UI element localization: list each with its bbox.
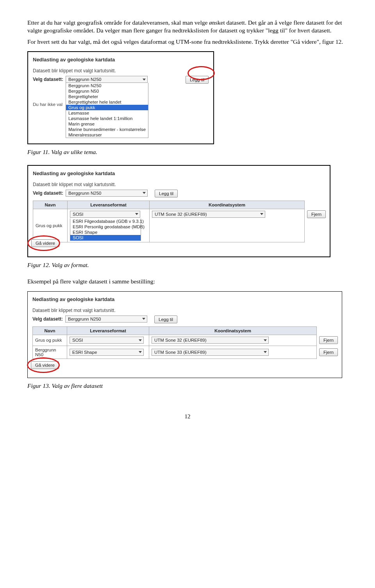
cell-navn: Grus og pukk: [33, 335, 67, 346]
list-item[interactable]: Marine bunnsedimenter - kornstørrelse: [66, 127, 148, 132]
list-item[interactable]: Berggrunn N250: [66, 83, 148, 88]
panel-heading: Nedlasting av geologiske kartdata: [33, 57, 209, 63]
format-select-value: ESRI Shape: [72, 350, 97, 355]
dataset-table: Navn Leveranseformat Koordinatsystem Gru…: [33, 201, 325, 242]
col-navn: Navn: [33, 201, 68, 209]
panel-subtext: Datasett blir klippet mot valgt kartutsn…: [33, 68, 209, 74]
col-koord: Koordinatsystem: [149, 326, 317, 335]
table-row: Berggrunn N50 ESRI Shape UTM Sone 33 (EU…: [33, 346, 337, 359]
paragraph-2: For hvert sett du har valgt, må det også…: [27, 38, 348, 46]
add-button[interactable]: Legg til: [186, 76, 209, 84]
format-listbox[interactable]: ESRI Filgeodatabase (GDB v 9.3.1) ESRI P…: [70, 219, 141, 241]
table-row: Grus og pukk SOSI ESRI Filgeodatabase (G…: [33, 209, 325, 242]
table-row: Grus og pukk SOSI UTM Sone 32 (EUREF89) …: [33, 335, 337, 346]
select-label: Velg datasett:: [33, 190, 63, 196]
panel-subtext: Datasett blir klippet mot valgt kartutsn…: [33, 182, 325, 187]
list-item[interactable]: Marin grense: [66, 121, 148, 127]
dataset-select[interactable]: Berggrunn N250: [65, 316, 147, 323]
panel-heading: Nedlasting av geologiske kartdata: [33, 170, 325, 176]
dataset-select-value: Berggrunn N250: [68, 77, 101, 82]
coord-select-value: UTM Sone 32 (EUREF89): [154, 338, 207, 342]
chevron-down-icon: [264, 351, 267, 353]
chevron-down-icon: [143, 79, 146, 81]
chevron-down-icon: [135, 213, 138, 215]
figure-12-caption: Figur 12. Valg av format.: [27, 261, 348, 269]
panel-subtext: Datasett blir klippet mot valgt kartutsn…: [32, 308, 337, 313]
coord-select[interactable]: UTM Sone 32 (EUREF89): [152, 337, 269, 344]
paragraph-1: Etter at du har valgt geografisk område …: [27, 19, 348, 35]
figure-13-panel: Nedlasting av geologiske kartdata Datase…: [27, 291, 342, 378]
remove-button[interactable]: Fjern: [307, 210, 326, 218]
coord-select-value: UTM Sone 32 (EUREF89): [155, 212, 207, 217]
coord-select-value: UTM Sone 33 (EUREF89): [154, 350, 207, 355]
page-number: 12: [27, 413, 348, 420]
no-choice-text: Du har ikke val: [33, 102, 62, 107]
dataset-select[interactable]: Berggrunn N250: [66, 76, 148, 83]
chevron-down-icon: [139, 351, 142, 353]
select-label: Velg datasett:: [33, 76, 63, 82]
list-item[interactable]: ESRI Personlig geodatabase (MDB): [70, 224, 141, 229]
format-select-value: SOSI: [73, 212, 83, 217]
chevron-down-icon: [264, 339, 267, 341]
cell-navn: Grus og pukk: [33, 209, 68, 242]
format-select[interactable]: SOSI: [70, 337, 144, 344]
dataset-select-value: Berggrunn N250: [68, 317, 101, 321]
remove-button[interactable]: Fjern: [319, 348, 338, 356]
panel-heading: Nedlasting av geologiske kartdata: [32, 296, 337, 302]
figure-13-caption: Figur 13. Valg av flere datasett: [27, 382, 348, 390]
list-item[interactable]: Løsmasse hele landet 1:1million: [66, 116, 148, 121]
select-label: Velg datasett:: [32, 316, 63, 322]
list-item[interactable]: Bergrettigheter: [66, 94, 148, 99]
list-item-selected[interactable]: Grus og pukk: [66, 105, 148, 110]
chevron-down-icon: [260, 213, 263, 215]
figure-11-caption: Figur 11. Valg av ulike tema.: [27, 148, 348, 156]
coord-select[interactable]: UTM Sone 32 (EUREF89): [152, 211, 265, 218]
remove-button[interactable]: Fjern: [319, 336, 338, 344]
chevron-down-icon: [142, 318, 145, 320]
format-select-value: SOSI: [72, 338, 83, 342]
add-button[interactable]: Legg til: [154, 316, 177, 323]
figure-11-panel: Nedlasting av geologiske kartdata Datase…: [27, 51, 214, 144]
format-select[interactable]: ESRI Shape: [70, 349, 144, 356]
go-button[interactable]: Gå videre: [31, 239, 59, 247]
list-item[interactable]: Mineralressurser: [66, 132, 148, 138]
dataset-listbox[interactable]: Berggrunn N250 Berggrunn N50 Bergrettigh…: [66, 83, 148, 138]
col-navn: Navn: [33, 326, 67, 335]
chevron-down-icon: [139, 339, 142, 341]
dataset-table: Navn Leveranseformat Koordinatsystem Gru…: [32, 326, 337, 359]
list-item[interactable]: Berggrunn N50: [66, 88, 148, 94]
go-button[interactable]: Gå videre: [31, 361, 59, 369]
col-lev: Leveranseformat: [67, 326, 149, 335]
cell-navn: Berggrunn N50: [33, 346, 67, 359]
dataset-select-value: Berggrunn N250: [68, 191, 101, 195]
format-select[interactable]: SOSI: [70, 211, 140, 218]
add-button[interactable]: Legg til: [155, 190, 178, 197]
list-item[interactable]: ESRI Shape: [70, 229, 141, 235]
list-item-selected[interactable]: SOSI: [70, 235, 141, 240]
list-item[interactable]: Bergrettigheter hele landet: [66, 99, 148, 105]
col-lev: Leveranseformat: [68, 201, 150, 209]
coord-select[interactable]: UTM Sone 33 (EUREF89): [152, 349, 269, 356]
figure-12-panel: Nedlasting av geologiske kartdata Datase…: [27, 165, 330, 257]
paragraph-3: Eksempel på flere valgte datasett i samm…: [27, 278, 348, 285]
chevron-down-icon: [143, 192, 146, 194]
list-item[interactable]: Løsmasse: [66, 110, 148, 116]
col-koord: Koordinatsystem: [150, 201, 305, 209]
dataset-select[interactable]: Berggrunn N250: [66, 190, 148, 197]
list-item[interactable]: ESRI Filgeodatabase (GDB v 9.3.1): [70, 219, 141, 224]
